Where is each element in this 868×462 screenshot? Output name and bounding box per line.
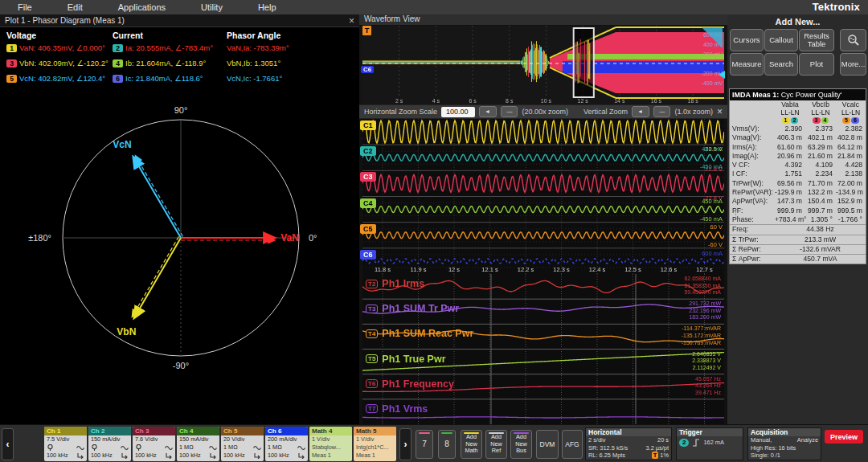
preview-button[interactable]: Preview [825, 430, 863, 444]
cursors-button[interactable]: Cursors [730, 29, 764, 51]
measurement-label-t4[interactable]: T4Ph1 SUM Reac Pwr [366, 328, 473, 339]
v-zoom-arrows-button[interactable]: ◄ ► [632, 106, 649, 117]
current-readout: 2Ia: 20.555mA, ∠-783.4m° [113, 43, 213, 52]
channel-handle-c2[interactable]: C2 [360, 146, 376, 156]
menu-item-applications[interactable]: Applications [100, 2, 183, 12]
measurement-badge-t3[interactable]: T3 [366, 305, 378, 313]
measurement-label-t6[interactable]: T6Ph1 Frequency [366, 378, 454, 390]
waveform-zoom-icon-button[interactable] [840, 29, 866, 51]
measurement-badge-t5[interactable]: T5 [366, 354, 378, 363]
v-zoom-minus-button[interactable]: — [653, 106, 670, 117]
menu-item-help[interactable]: Help [240, 2, 294, 12]
zoomed-waveforms[interactable]: C1C2C3C4C5C6 [359, 119, 727, 274]
zoom-overview-icon[interactable] [702, 27, 723, 48]
overview-channel-badge[interactable]: C6 [361, 66, 374, 73]
results-cell: 2.234 [805, 170, 836, 178]
dvm-button[interactable]: DVM [536, 430, 559, 459]
measurement-badge-t7[interactable]: T7 [366, 404, 378, 413]
results-cell: 2.373 [805, 125, 836, 133]
channel-8-button[interactable]: 8 [438, 430, 456, 459]
drag-handle-icon[interactable]: ⋮⋮⋮⋮ [726, 210, 739, 216]
channel-badge-5: 5 [842, 117, 850, 124]
imda-results-table[interactable]: IMDA Meas 1: Cyc Power Quality' VabIaLL-… [729, 88, 866, 264]
channel-handle-c5[interactable]: C5 [360, 224, 376, 234]
close-icon[interactable]: × [349, 17, 354, 25]
measure-button[interactable]: Measure [730, 53, 764, 76]
acquisition-settings[interactable]: AcquisitionManual,AnalyzeHigh Res: 16 bi… [747, 427, 821, 460]
scroll-right-button[interactable]: › [399, 428, 411, 460]
measurement-label-t2[interactable]: T2Ph1 Irms [366, 278, 424, 289]
channel-handle-c3[interactable]: C3 [360, 172, 376, 182]
horizontal-settings[interactable]: Horizontal2 s/div20 sSR: 312.5 kS/s3.2 µ… [585, 427, 672, 460]
trigger-level-arrow-icon[interactable] [719, 71, 725, 79]
channel-badge-header: Ch 1 [44, 427, 87, 435]
measurement-value: 2.640855 V [657, 351, 721, 358]
results-table-row: Vrms(V):2.3902.3732.382 [730, 125, 866, 133]
afg-button[interactable]: AFG [562, 430, 583, 459]
search-button[interactable]: Search [764, 53, 798, 76]
measurement-trend-plots[interactable]: T2Ph1 Irms62.658840 mA61.358350 mA59.459… [359, 274, 727, 424]
measurement-badge-t4[interactable]: T4 [366, 329, 378, 338]
trigger-settings[interactable]: Trigger2162 mA [676, 427, 743, 460]
measurement-label-t5[interactable]: T5Ph1 True Pwr [366, 354, 446, 365]
phasor-title-bar[interactable]: Plot 1 - Phasor Diagram (Meas 1) × [0, 14, 359, 27]
channel-settings-ch6[interactable]: Ch 6200 mA/div1 MΩ100 kHz [265, 427, 308, 461]
scroll-left-button[interactable]: ‹ [2, 428, 14, 460]
measurement-value: -150.769 mVAR [657, 340, 721, 347]
measurement-badge-t2[interactable]: T2 [366, 280, 378, 288]
results-col-vbcib: VbcIbLL-LN34 [805, 100, 836, 125]
channel-scale: 150 mA/div [91, 435, 129, 444]
add-new-ref-button[interactable]: Add New Ref [485, 430, 507, 459]
math-settings-math5[interactable]: Math 51 V/divIntg(ch1*C...Meas 1 [354, 427, 396, 461]
h-zoom-minus-button[interactable]: — [501, 106, 518, 117]
trigger-position-icon[interactable]: T [362, 26, 371, 35]
menu-item-utility[interactable]: Utility [183, 2, 240, 12]
results-row-label: Imag(A): [730, 152, 775, 161]
menu-item-edit[interactable]: Edit [50, 2, 100, 12]
add-new-bus-button[interactable]: Add New Bus [510, 430, 532, 459]
results-table-title-rest: Cyc Power Quality' [779, 91, 841, 99]
channel-settings-ch5[interactable]: Ch 520 V/div1 MΩ100 kHz [221, 427, 264, 461]
channel-bandwidth: 100 kHz [268, 452, 305, 460]
plot-button[interactable]: Plot [799, 53, 834, 76]
measurement-values-t4: -114.377 mVAR-135.172 mVAR-150.769 mVAR [657, 325, 721, 346]
results-summary-row: Σ TrPwr:213.3 mW [730, 235, 866, 244]
channel-settings-ch2[interactable]: Ch 2150 mA/div100 kHz [88, 427, 131, 461]
channel-scale: 200 mA/div [268, 435, 305, 444]
channel-handle-c6[interactable]: C6 [360, 250, 376, 260]
more-button[interactable]: More... [840, 53, 866, 76]
acquisition-overview[interactable]: T C6 [359, 26, 727, 104]
add-new-math-button[interactable]: Add New Math [461, 430, 482, 459]
measurement-label-t7[interactable]: T7Ph1 Vrms [366, 403, 428, 415]
horizontal-zoom-scale-input[interactable]: 100.00 ms/div [441, 107, 475, 117]
measurement-badge-t6[interactable]: T6 [366, 379, 378, 388]
results-row-label: V CF: [730, 161, 775, 170]
channel-badge-4: 4 [821, 117, 829, 124]
measurement-trend-canvas[interactable] [362, 274, 724, 424]
h-zoom-arrows-button[interactable]: ◄ ► [479, 106, 497, 117]
results-cell: 63.29 m [805, 143, 836, 152]
channel-settings-ch3[interactable]: Ch 37.6 V/div100 kHz [133, 427, 175, 461]
zoom-close-icon[interactable]: × [717, 106, 723, 117]
channel-scale: 150 mA/div [179, 435, 217, 444]
channel-handle-c1[interactable]: C1 [360, 121, 376, 130]
menu-item-file[interactable]: File [0, 2, 50, 12]
results-cell: 150.4 m [805, 197, 836, 206]
channel-settings-ch1[interactable]: Ch 17.5 V/div100 kHz [44, 427, 87, 461]
menu-bar: FileEditApplicationsUtilityHelp Tektroni… [0, 0, 868, 15]
measurement-label-t3[interactable]: T3Ph1 SUM Tr Pwr [366, 303, 459, 314]
channel-handle-c4[interactable]: C4 [360, 198, 376, 208]
summary-value: -132.6 mVAR [775, 245, 866, 254]
badge-color-stripe [464, 432, 479, 434]
channel-badge-1: 1 [6, 44, 17, 52]
phasor-col-current: Current [113, 31, 143, 40]
callout-button[interactable]: Callout [764, 29, 798, 51]
results-cell: 69.56 m [775, 179, 805, 188]
results-table-button[interactable]: Results Table [799, 29, 834, 51]
overview-waveform-canvas[interactable] [362, 26, 724, 104]
channel-7-button[interactable]: 7 [416, 430, 433, 459]
math-settings-math4[interactable]: Math 41 V/divStabqlow...Meas 1 [309, 427, 352, 461]
channels-waveform-canvas[interactable] [362, 119, 724, 274]
channel-badge-2: 2 [791, 117, 799, 124]
channel-settings-ch4[interactable]: Ch 4150 mA/div1 MΩ100 kHz [177, 427, 219, 461]
